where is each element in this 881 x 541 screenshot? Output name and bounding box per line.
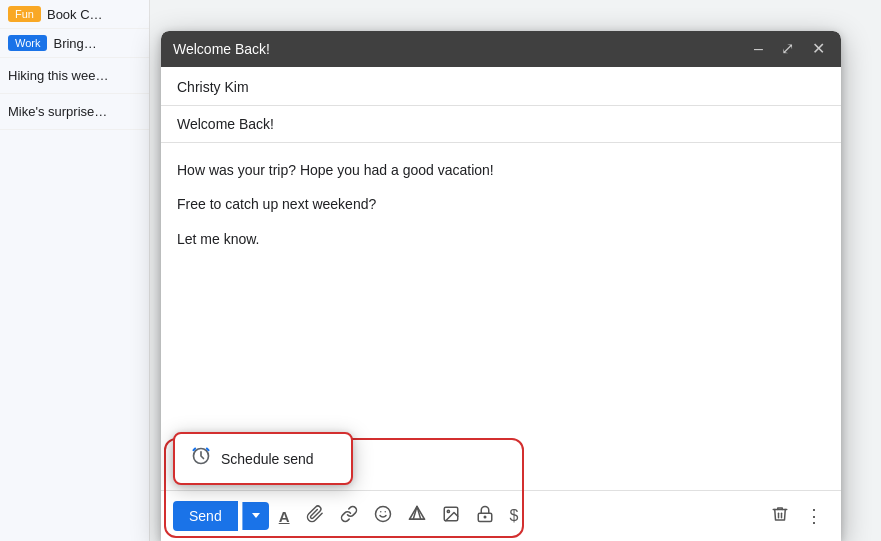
svg-point-2 [375, 507, 390, 522]
email-subject-3: Hiking this wee… [8, 68, 108, 83]
schedule-send-popup: Schedule send [173, 432, 353, 485]
delete-button[interactable] [765, 499, 795, 533]
svg-point-9 [447, 510, 449, 512]
compose-titlebar: Welcome Back! – ⤢ ✕ [161, 31, 841, 67]
email-subject-4: Mike's surprise… [8, 104, 107, 119]
email-list-background: Fun Book C… Work Bring… Hiking this wee…… [0, 0, 150, 541]
email-list-item-3: Hiking this wee… [0, 58, 149, 94]
minimize-button[interactable]: – [750, 39, 767, 59]
compose-window: Welcome Back! – ⤢ ✕ Christy Kim Welcome … [161, 31, 841, 541]
emoji-icon [374, 505, 392, 527]
email-list-item-1: Fun Book C… [0, 0, 149, 29]
more-icon: ⋮ [805, 505, 823, 527]
svg-marker-1 [252, 513, 260, 518]
lock-icon [476, 505, 494, 527]
email-list-item-4: Mike's surprise… [0, 94, 149, 130]
message-line-2: Free to catch up next weekend? [177, 193, 825, 215]
attach-file-button[interactable] [300, 499, 330, 533]
insert-photo-button[interactable] [436, 499, 466, 533]
send-dropdown-button[interactable] [242, 502, 269, 530]
dollar-icon: $ [510, 507, 519, 525]
work-tag: Work [8, 35, 47, 51]
confidential-button[interactable] [470, 499, 500, 533]
signature-button[interactable]: $ [504, 501, 525, 531]
expand-button[interactable]: ⤢ [777, 39, 798, 59]
send-button[interactable]: Send [173, 501, 238, 531]
message-line-3: Let me know. [177, 228, 825, 250]
compose-to-field[interactable]: Christy Kim [161, 67, 841, 106]
message-line-1: How was your trip? Hope you had a good v… [177, 159, 825, 181]
more-options-button[interactable]: ⋮ [799, 499, 829, 533]
compose-title: Welcome Back! [173, 41, 270, 57]
svg-point-11 [484, 516, 486, 518]
email-subject-2: Bring… [53, 36, 96, 51]
compose-body: Christy Kim Welcome Back! How was your t… [161, 67, 841, 490]
attach-icon [306, 505, 324, 527]
photo-icon [442, 505, 460, 527]
fun-tag: Fun [8, 6, 41, 22]
compose-subject-field[interactable]: Welcome Back! [161, 106, 841, 143]
emoji-button[interactable] [368, 499, 398, 533]
trash-icon [771, 505, 789, 527]
close-button[interactable]: ✕ [808, 39, 829, 59]
chevron-down-icon [251, 510, 261, 520]
drive-icon [408, 505, 426, 527]
format-text-button[interactable]: A [273, 502, 296, 531]
email-subject-1: Book C… [47, 7, 103, 22]
drive-button[interactable] [402, 499, 432, 533]
link-icon [340, 505, 358, 527]
compose-toolbar: Schedule send Send A [161, 490, 841, 541]
email-list-item-2: Work Bring… [0, 29, 149, 58]
schedule-send-label[interactable]: Schedule send [221, 451, 314, 467]
schedule-icon [191, 446, 211, 471]
titlebar-actions: – ⤢ ✕ [750, 39, 829, 59]
text-format-icon: A [279, 508, 290, 525]
insert-link-button[interactable] [334, 499, 364, 533]
